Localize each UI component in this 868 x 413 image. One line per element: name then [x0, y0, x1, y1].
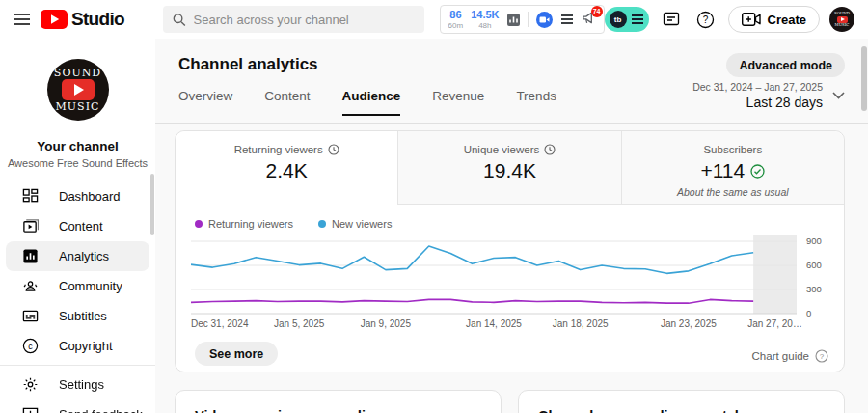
- sidebar-item-label: Dashboard: [59, 189, 121, 204]
- realtime-views-stat: 86 60m: [448, 10, 464, 30]
- sidebar-item-label: Community: [59, 279, 122, 293]
- viewers-line-chart[interactable]: 9006003000 Dec 31, 2024Jan 5, 2025Jan 9,…: [191, 235, 856, 332]
- videos-growing-audience-card: Videos growing your audience: [175, 390, 502, 413]
- clock-icon: [328, 144, 339, 155]
- create-label: Create: [768, 13, 806, 27]
- sidebar-item-community[interactable]: Community: [6, 271, 149, 301]
- list-lines-icon: [560, 14, 574, 25]
- copyright-icon: c: [21, 338, 39, 355]
- svg-text:?: ?: [703, 14, 709, 25]
- sidebar-item-label: Settings: [59, 377, 104, 392]
- date-period-text: Last 28 days: [692, 95, 823, 110]
- sidebar-item-label: Copyright: [59, 339, 113, 353]
- sidebar-menu: Dashboard Content Analytics Community: [0, 181, 155, 413]
- metric-subscribers[interactable]: Subscribers +114 About the same as usual: [621, 131, 844, 205]
- youtube-studio-logo[interactable]: Studio: [41, 9, 124, 30]
- topbar-actions: tb ? Create SOUND MUSIC: [605, 6, 854, 33]
- sidebar-item-label: Subtitles: [59, 309, 107, 323]
- card-title: Channels your audience watches: [538, 408, 844, 413]
- extension-logo-icon: tb: [610, 11, 627, 28]
- help-icon: ?: [696, 11, 715, 29]
- feedback-button[interactable]: [659, 7, 684, 32]
- camera-badge-icon: [536, 12, 553, 28]
- subtitles-icon: [21, 308, 39, 325]
- avatar-play-icon: [62, 79, 95, 100]
- line-chart-canvas[interactable]: [191, 235, 797, 317]
- sidebar-item-dashboard[interactable]: Dashboard: [6, 181, 149, 211]
- check-circle-icon: [750, 164, 765, 179]
- metric-returning-viewers[interactable]: Returning viewers 2.4K: [176, 131, 397, 205]
- window-scrollbar: [860, 39, 868, 413]
- svg-text:?: ?: [820, 352, 825, 361]
- megaphone-notifications: 74: [582, 11, 596, 29]
- main-content: Channel analytics Advanced mode Overview…: [155, 39, 868, 413]
- tab-content[interactable]: Content: [264, 89, 310, 116]
- window-scrollbar-thumb[interactable]: [861, 46, 867, 111]
- metric-value: 2.4K: [176, 159, 397, 182]
- help-button[interactable]: ?: [693, 7, 719, 32]
- community-icon: [21, 278, 39, 295]
- legend-new-viewers: New viewers: [318, 218, 392, 230]
- advanced-mode-button[interactable]: Advanced mode: [726, 53, 845, 77]
- hamburger-menu-icon[interactable]: [6, 0, 39, 39]
- settings-gear-icon: [21, 376, 39, 394]
- metric-unique-viewers[interactable]: Unique viewers 19.4K: [397, 131, 620, 205]
- sidebar-item-label: Send feedback: [59, 407, 143, 413]
- browser-extension-button[interactable]: tb: [605, 7, 649, 32]
- avatar-text-bottom: MUSIC: [56, 101, 100, 112]
- extension-menu-icon: [631, 14, 644, 25]
- sidebar-scrollbar[interactable]: [150, 174, 154, 235]
- metric-tabs: Returning viewers 2.4K Unique viewers 19…: [176, 131, 844, 205]
- divider: [528, 12, 529, 27]
- youtube-play-icon: [41, 10, 68, 29]
- see-more-button[interactable]: See more: [195, 342, 278, 366]
- logo-text: Studio: [71, 9, 124, 30]
- extension-stats-widget[interactable]: 86 60m 14.5K 48h 74: [440, 5, 605, 34]
- channels-audience-watches-card: Channels your audience watches: [518, 390, 845, 413]
- sidebar: SOUND MUSIC Your channel Awesome Free So…: [0, 39, 155, 413]
- x-axis-labels: Dec 31, 2024Jan 5, 2025Jan 9, 2025Jan 14…: [191, 318, 797, 332]
- tab-overview[interactable]: Overview: [178, 89, 232, 116]
- legend-dot-blue: [318, 220, 326, 228]
- send-feedback-icon: [21, 406, 39, 413]
- audience-analytics-card: Returning viewers 2.4K Unique viewers 19…: [175, 130, 845, 372]
- create-button[interactable]: Create: [728, 6, 820, 33]
- chart-guide-link[interactable]: Chart guide ?: [752, 349, 828, 363]
- channel-description: Awesome Free Sound Effects: [0, 157, 155, 169]
- feedback-icon: [663, 11, 680, 28]
- notification-badge: 74: [591, 6, 603, 17]
- sidebar-item-send-feedback[interactable]: Send feedback: [6, 399, 149, 413]
- tab-audience[interactable]: Audience: [342, 89, 401, 116]
- analytics-icon: [21, 248, 39, 265]
- content-icon: [21, 218, 39, 235]
- date-range-text: Dec 31, 2024 – Jan 27, 2025: [692, 81, 823, 93]
- channel-name: Your channel: [0, 139, 155, 153]
- legend-dot-purple: [195, 220, 203, 228]
- card-title: Videos growing your audience: [195, 408, 501, 413]
- svg-text:c: c: [28, 342, 33, 351]
- views-48h-stat: 14.5K 48h: [471, 10, 499, 30]
- sidebar-item-content[interactable]: Content: [6, 211, 149, 241]
- channel-avatar[interactable]: SOUND MUSIC: [47, 59, 109, 121]
- bottom-cards: Videos growing your audience Channels yo…: [175, 390, 845, 413]
- sidebar-item-copyright[interactable]: c Copyright: [6, 331, 149, 361]
- chevron-down-icon: [832, 92, 845, 99]
- tab-trends[interactable]: Trends: [516, 89, 556, 116]
- sidebar-item-subtitles[interactable]: Subtitles: [6, 301, 149, 331]
- create-video-icon: [742, 13, 761, 26]
- date-range-selector[interactable]: Dec 31, 2024 – Jan 27, 2025 Last 28 days: [692, 81, 845, 110]
- avatar-text-top: SOUND: [54, 68, 101, 78]
- analytics-header: Channel analytics Advanced mode Overview…: [155, 39, 868, 124]
- topbar: Studio 86 60m 14.5K 48h: [0, 0, 868, 39]
- search-input[interactable]: [194, 13, 415, 27]
- account-avatar[interactable]: SOUND MUSIC: [829, 7, 854, 32]
- sidebar-item-label: Analytics: [59, 249, 109, 263]
- sidebar-item-label: Content: [59, 219, 103, 234]
- metric-note: About the same as usual: [622, 186, 844, 198]
- sidebar-item-analytics[interactable]: Analytics: [6, 241, 149, 271]
- chart-legend: Returning viewers New viewers: [176, 205, 844, 230]
- sidebar-item-settings[interactable]: Settings: [6, 370, 149, 399]
- dashboard-icon: [21, 188, 39, 206]
- legend-returning-viewers: Returning viewers: [195, 218, 293, 230]
- tab-revenue[interactable]: Revenue: [432, 89, 484, 116]
